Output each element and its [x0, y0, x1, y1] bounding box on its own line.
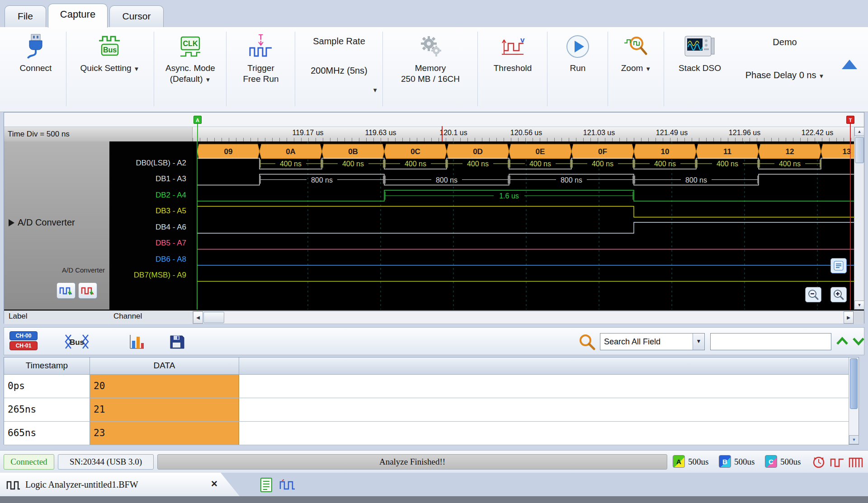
dropdown-arrow-icon[interactable]: ▼	[693, 334, 704, 350]
threshold-button[interactable]: v Threshold	[480, 27, 545, 111]
connection-status: Connected	[4, 454, 54, 470]
document-tab[interactable]: Logic Analyzer-untitled1.BFW ✕	[0, 473, 240, 496]
note-tool-button[interactable]	[830, 258, 847, 273]
scrollbar-corner	[854, 311, 864, 324]
window-bottom-strip	[0, 496, 868, 503]
waveform-horizontal-scrollbar[interactable]: ◀ ▶	[193, 311, 854, 324]
trigger-button[interactable]: T Trigger Free Run	[229, 27, 293, 111]
collapse-toolbar-icon[interactable]	[842, 60, 857, 69]
scroll-right-arrow[interactable]: ▶	[844, 311, 854, 324]
cursor-c-badge[interactable]: C	[765, 455, 777, 468]
channel-label[interactable]: DB7(MSB) - A9	[134, 271, 186, 281]
search-input[interactable]	[710, 333, 831, 350]
timestamp-cell: 265ns	[4, 398, 90, 421]
ch01-badge: CH-01	[9, 341, 38, 350]
measure-label: 400 ns	[654, 160, 676, 168]
data-cell: 20	[90, 375, 239, 398]
async-mode-label: Async. Mode	[165, 63, 215, 73]
pulse-icon[interactable]	[830, 456, 844, 470]
quick-setting-button[interactable]: Bus Quick Setting▼	[69, 27, 151, 111]
cursor-a-badge[interactable]: A	[673, 455, 685, 468]
add-waveform-button[interactable]	[57, 282, 75, 299]
remove-waveform-button[interactable]	[78, 282, 97, 299]
channel-label[interactable]: DB3 - A5	[156, 207, 186, 216]
cursor-tick[interactable]	[442, 126, 443, 141]
dropdown-arrow-icon: ▼	[372, 87, 378, 94]
channel-label[interactable]: DB6 - A8	[156, 255, 186, 265]
run-button[interactable]: Run	[550, 27, 606, 111]
marker-t-line[interactable]	[850, 124, 851, 141]
tab-file[interactable]: File	[5, 5, 46, 27]
dropdown-arrow-icon: ▼	[818, 73, 824, 80]
scroll-down-arrow[interactable]: ▼	[854, 301, 864, 310]
zoom-label: Zoom▼	[621, 63, 651, 73]
scrollbar-thumb[interactable]	[855, 137, 864, 163]
table-row[interactable]: 265ns 21	[4, 398, 849, 422]
toolbar-separator	[295, 32, 295, 106]
search-next-button[interactable]	[851, 334, 866, 350]
trigger-mode: Free Run	[243, 74, 278, 84]
zoom-in-button[interactable]	[830, 287, 847, 302]
memory-button[interactable]: Memory 250 MB / 16CH	[385, 27, 476, 111]
scroll-up-arrow[interactable]: ▲	[854, 127, 864, 136]
timestamp-cell: 665ns	[4, 422, 90, 445]
statistics-button[interactable]	[127, 332, 146, 353]
waveform-view-icon[interactable]	[279, 479, 296, 493]
group-title[interactable]: A/D Converter	[9, 217, 75, 228]
dropdown-arrow-icon: ▼	[645, 66, 651, 72]
channel-label[interactable]: DB5 - A7	[156, 239, 186, 249]
marker-a-flag[interactable]: A	[193, 116, 202, 124]
measure-label: 400 ns	[405, 160, 426, 168]
close-document-icon[interactable]: ✕	[211, 479, 218, 489]
sample-rate-button[interactable]: Sample Rate 200MHz (5ns) ▼	[297, 27, 381, 111]
scrollbar-thumb[interactable]	[203, 312, 224, 323]
ruler-tick-label: 119.63 us	[354, 129, 408, 137]
channel-label[interactable]: DB2 - A4	[156, 191, 186, 201]
zoom-out-button[interactable]	[805, 287, 821, 302]
connect-button[interactable]: Connect	[8, 27, 63, 111]
dropdown-arrow-icon: ▼	[205, 76, 211, 83]
toolbar-separator	[66, 32, 66, 106]
tab-capture[interactable]: Capture	[48, 4, 108, 28]
table-row[interactable]: 665ns 23	[4, 422, 849, 445]
report-list-icon[interactable]	[259, 477, 273, 494]
listing-vertical-scrollbar[interactable]: ▼	[849, 357, 859, 444]
clock-icon[interactable]	[812, 455, 826, 470]
scrollbar-thumb[interactable]	[850, 358, 858, 409]
comb-icon[interactable]	[848, 456, 863, 470]
zoom-button[interactable]: Zoom▼	[610, 27, 662, 111]
ch00-badge: CH-00	[9, 331, 38, 340]
demo-label: Demo	[773, 37, 797, 47]
scroll-left-arrow[interactable]: ◀	[193, 311, 203, 324]
scroll-down-arrow[interactable]: ▼	[849, 435, 859, 444]
threshold-icon: v	[500, 33, 525, 61]
channel-label[interactable]: DB0(LSB) - A2	[136, 159, 187, 169]
search-prev-button[interactable]	[835, 334, 849, 350]
column-header-data[interactable]: DATA	[90, 357, 239, 375]
cursor-b-badge[interactable]: B	[719, 455, 731, 468]
channel-group-panel[interactable]: A/D Converter A/D Converter	[4, 141, 109, 310]
measure-label: 800 ns	[685, 176, 707, 184]
waveform-canvas[interactable]: 090A0B0C0D0E0F10111213400 ns400 ns400 ns…	[193, 141, 854, 310]
toolbar-separator	[664, 32, 664, 106]
tab-cursor[interactable]: Cursor	[109, 5, 164, 27]
marker-flag-strip: A T	[4, 113, 864, 127]
channel-list-button[interactable]: CH-00 CH-01	[9, 331, 38, 352]
marker-t-flag[interactable]: T	[846, 116, 854, 124]
marker-a-line[interactable]	[197, 124, 198, 141]
async-mode-button[interactable]: CLK Async. Mode (Default)▼	[156, 27, 224, 111]
stack-dso-button[interactable]: Stack DSO	[666, 27, 733, 111]
waveform-vertical-scrollbar[interactable]: ▲ ▼	[854, 127, 864, 310]
column-header-timestamp[interactable]: Timestamp	[4, 357, 90, 375]
table-row[interactable]: 0ps 20	[4, 375, 849, 398]
time-ruler[interactable]: Time Div = 500 ns 119.17 us 119.63 us 12…	[4, 127, 854, 141]
channel-label[interactable]: DB1 - A3	[156, 174, 186, 184]
channel-label[interactable]: DB4 - A6	[156, 223, 186, 233]
save-list-button[interactable]	[169, 334, 186, 353]
svg-text:Bus: Bus	[103, 46, 117, 54]
demo-phase-button[interactable]: Demo Phase Delay 0 ns▼	[737, 27, 833, 111]
collapse-group-icon[interactable]	[9, 219, 14, 226]
bus-view-button[interactable]: Bus	[62, 332, 92, 353]
measure-label: 1.6 us	[499, 192, 519, 200]
search-scope-dropdown[interactable]: Search All Field ▼	[600, 333, 705, 350]
